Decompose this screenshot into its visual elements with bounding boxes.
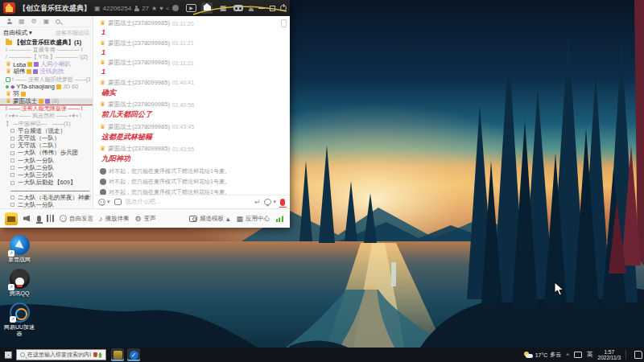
- taskbar-clock[interactable]: 1:57 2022/11/3: [598, 349, 621, 361]
- tree-subchannel[interactable]: I —— 没有人能拒绝梦想 ——(1): [0, 76, 93, 83]
- tree-root-channel[interactable]: 【创立音乐狂欢盛典】(1): [0, 39, 93, 46]
- tree-channel[interactable]: 平台频道（说走）: [0, 127, 93, 134]
- settings-gear-icon[interactable]: ⚙: [31, 18, 37, 25]
- tree-channel[interactable]: 二大队（毛毛的黑夜）神豪部(1): [0, 194, 93, 201]
- chat-scrollbar[interactable]: [281, 19, 287, 27]
- chat-message-list: ♛蒙面战士(2378099985)01:11:20 1 ♛蒙面战士(237809…: [93, 16, 290, 195]
- channel-logo-icon[interactable]: [5, 212, 18, 225]
- tree-channel[interactable]: 一大队一分队: [0, 157, 93, 164]
- favorite-star-icon[interactable]: ★: [151, 5, 157, 12]
- push-to-talk-mic-icon[interactable]: [280, 199, 285, 206]
- tree-subchannel[interactable]: / •★• —— 风云历程 —— •★• \: [0, 113, 93, 120]
- taskbar-search-box[interactable]: 在这里输入你要搜索的内容: [16, 349, 106, 360]
- microphone-icon[interactable]: [37, 216, 41, 222]
- start-button[interactable]: [0, 348, 16, 362]
- system-message: 对不起，您只能在麦序模式下赠送鲜花给1号麦。: [100, 178, 283, 186]
- desktop-icon-qq[interactable]: ↗ 腾讯QQ: [2, 269, 37, 297]
- message-mode-icon[interactable]: [264, 199, 271, 205]
- mic-mode-dropdown[interactable]: 自由模式 ▾: [3, 29, 32, 37]
- send-icon[interactable]: ↵: [254, 198, 261, 206]
- tree-user-selected[interactable]: ♛蒙面战士(8): [0, 98, 93, 105]
- sender-name[interactable]: 蒙面战士(2378099985): [108, 39, 170, 47]
- weather-widget[interactable]: 17°C 多云: [523, 351, 562, 359]
- tree-channel[interactable]: 一大队二分队: [0, 164, 93, 171]
- sender-name[interactable]: 蒙面战士(2378099985): [108, 19, 170, 27]
- emoji-caret-icon[interactable]: ▾: [107, 199, 110, 205]
- play-accompaniment-button[interactable]: ♪播放伴奏: [99, 215, 130, 223]
- message-text: 确实: [100, 88, 283, 98]
- browser-app-icon: ✓: [130, 351, 138, 360]
- like-icon[interactable]: ♥: [159, 5, 163, 12]
- tree-subchannel[interactable]: I ———— 直播专用 ———— I: [0, 46, 93, 53]
- grid-icon: ▦: [236, 215, 243, 223]
- tree-subchannel[interactable]: 】 ―中国神话― ——(1): [0, 120, 93, 127]
- tree-channel[interactable]: 一大队三分队: [0, 171, 93, 179]
- tree-channel[interactable]: 一大队（伟伟）步兵团: [0, 150, 93, 157]
- mixer-sliders-icon[interactable]: [47, 215, 54, 222]
- tree-channel[interactable]: 二大队一分队: [0, 201, 93, 208]
- taskbar-app-voicechat[interactable]: [111, 348, 124, 361]
- channel-template-button[interactable]: 频道模板▴: [189, 215, 230, 223]
- crown-icon: ♛: [100, 101, 105, 108]
- app-center-button[interactable]: ▦应用中心: [236, 215, 270, 223]
- info-icon[interactable]: [172, 5, 179, 11]
- desktop-icon-battlenet[interactable]: ↗ 暴雪战网: [2, 235, 37, 263]
- message-time: 01:40:56: [172, 102, 194, 108]
- layout-icon[interactable]: ▣: [43, 18, 50, 25]
- action-center-icon[interactable]: [634, 351, 642, 359]
- member-list-icon[interactable]: [6, 19, 12, 24]
- tree-user[interactable]: ◆YTa-shaojiangJD 60: [0, 83, 93, 90]
- minimize-button[interactable]: [258, 7, 265, 9]
- tree-subchannel[interactable]: / ————【 YTa 】———— \(2): [0, 53, 93, 60]
- crown-icon: ♛: [6, 68, 11, 75]
- tree-channel[interactable]: 无守战（一队）: [0, 134, 93, 142]
- message-text: 1: [100, 28, 283, 36]
- tree-user[interactable]: ♛Lsba人间小喇叭: [0, 61, 93, 68]
- search-icon[interactable]: [56, 19, 60, 24]
- gear-icon: ⚙: [135, 215, 142, 223]
- display-tray-icon[interactable]: [574, 352, 582, 358]
- tree-user[interactable]: ♛羽: [0, 90, 93, 97]
- taskbar-app-browser[interactable]: ✓: [127, 348, 140, 361]
- emoji-picker-icon[interactable]: [98, 199, 105, 206]
- live-screen-icon[interactable]: ▶: [186, 4, 196, 12]
- sender-name[interactable]: 蒙面战士(2378099985): [108, 101, 170, 109]
- medal-badge-icon: [56, 84, 61, 89]
- collection-icon[interactable]: ▦: [19, 18, 25, 25]
- tree-user[interactable]: ♛胡伟没钱勿扰: [0, 68, 93, 76]
- sender-name[interactable]: 蒙面战士(2378099985): [108, 79, 170, 87]
- sender-name[interactable]: 蒙面战士(2378099985): [108, 59, 170, 67]
- online-count-icon: [134, 6, 139, 11]
- shortcut-arrow-icon: ↗: [8, 250, 14, 257]
- desktop: ↗ 暴雪战网 ↗ 腾讯QQ ↗ 网易UU加速器 【创立音乐狂欢盛典】 ▣ 422…: [0, 0, 644, 362]
- search-daily-icon: [93, 352, 102, 358]
- maximize-button[interactable]: [270, 6, 275, 11]
- titlebar[interactable]: 【创立音乐狂欢盛典】 ▣ 42206254 27 ★ ♥ < ▶ ▦: [0, 0, 290, 16]
- folder-icon: [6, 40, 12, 45]
- template-icon: [189, 216, 197, 222]
- game-center-icon[interactable]: [233, 5, 243, 11]
- tree-channel[interactable]: 无守战（二队）: [0, 142, 93, 150]
- chat-message: ♛蒙面战士(2378099985)01:40:56 前几天都回公了: [100, 101, 283, 120]
- share-icon[interactable]: <: [166, 5, 170, 12]
- channel-grid-button[interactable]: ▦: [217, 2, 229, 14]
- sender-name[interactable]: 蒙面战士(2378099985): [108, 145, 170, 153]
- sender-name[interactable]: 蒙面战士(2378099985): [108, 123, 170, 131]
- ime-indicator[interactable]: 英: [587, 351, 593, 359]
- message-mode-caret-icon[interactable]: ▾: [273, 199, 276, 205]
- search-placeholder: 在这里输入你要搜索的内容: [27, 351, 91, 359]
- screenshot-icon[interactable]: [114, 199, 122, 205]
- close-button[interactable]: [280, 5, 287, 11]
- profile-icon[interactable]: [248, 6, 254, 11]
- tree-subchannel[interactable]: I —— 没有人能无限嚣张 —— I: [0, 105, 93, 113]
- desktop-icon-uu[interactable]: ↗ 网易UU加速器: [2, 302, 37, 337]
- free-speech-button[interactable]: 自由发言: [60, 215, 93, 223]
- speaker-icon[interactable]: [23, 215, 31, 222]
- home-button[interactable]: [201, 2, 213, 14]
- crown-icon: ♛: [100, 146, 105, 152]
- tree-channel[interactable]: 一大队后勤处【609】: [0, 179, 93, 187]
- chat-input[interactable]: 说点什么吧...: [126, 198, 250, 206]
- weather-icon: [523, 352, 533, 359]
- hidden-icons-caret[interactable]: ^: [566, 352, 569, 359]
- voice-change-button[interactable]: ⚙变声: [135, 215, 156, 223]
